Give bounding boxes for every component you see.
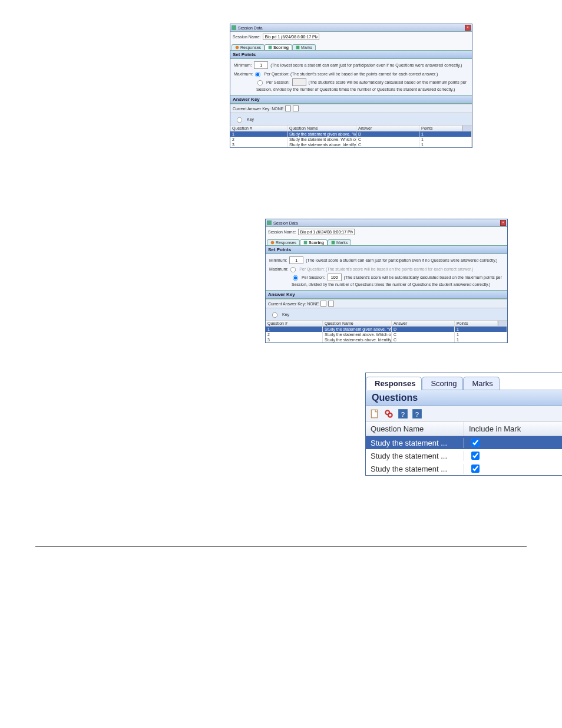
grid-header: Question # Question Name Answer Points (266, 320, 507, 327)
per-question-radio[interactable] (255, 72, 260, 77)
tab-bar: Responses Scoring Marks (266, 237, 507, 245)
close-button[interactable]: × (465, 25, 471, 31)
col-question-name[interactable]: Question Name (323, 321, 392, 326)
include-checkbox[interactable] (471, 439, 480, 447)
col-answer[interactable]: Answer (356, 126, 419, 131)
page-divider (35, 546, 527, 547)
tab-marks[interactable]: Marks (292, 44, 316, 50)
minimum-input[interactable] (254, 61, 268, 69)
tab-responses[interactable]: Responses (267, 239, 300, 245)
per-session-input (292, 78, 306, 86)
session-name-label: Session Name: (233, 35, 260, 39)
answer-key-header: Answer Key (266, 290, 507, 299)
session-data-dialog-per-session: Session Data × Session Name: Responses S… (265, 219, 508, 343)
key-radio[interactable] (272, 312, 277, 318)
window-title: Session Data (273, 221, 298, 225)
current-answer-key-label: Current Answer Key: NONE (233, 107, 283, 111)
key-subheader: Key (230, 113, 472, 125)
svg-rect-2 (296, 46, 300, 50)
svg-rect-10 (371, 410, 377, 419)
set-points-header: Set Points (230, 50, 472, 59)
minimum-input[interactable] (289, 256, 303, 264)
per-session-radio[interactable] (257, 80, 263, 85)
col-answer[interactable]: Answer (392, 321, 455, 326)
minimum-note: (The lowest score a student can earn jus… (306, 258, 497, 262)
include-checkbox[interactable] (471, 452, 480, 460)
current-answer-key-row: Current Answer Key: NONE (266, 299, 507, 308)
page-icon[interactable] (369, 409, 380, 419)
minimum-label: Minimum: (234, 63, 252, 67)
tab-marks[interactable]: Marks (328, 239, 351, 245)
table-row[interactable]: 2 Study the statement above. Which cell … (266, 332, 507, 337)
column-chooser-icon[interactable] (498, 321, 507, 326)
app-icon (267, 220, 272, 225)
col-question-name[interactable]: Question Name (287, 126, 356, 131)
per-session-label: Per Session: (302, 275, 325, 279)
tab-scoring[interactable]: Scoring (422, 377, 463, 390)
column-chooser-icon[interactable] (462, 126, 472, 131)
col-question-name[interactable]: Question Name (366, 422, 464, 436)
svg-rect-1 (269, 46, 272, 50)
col-include-in-mark[interactable]: Include in Mark (464, 422, 562, 436)
per-session-radio[interactable] (293, 275, 298, 281)
tab-bar: Responses Scoring Marks (230, 42, 472, 50)
key-radio[interactable] (237, 117, 242, 123)
session-name-row: Session Name: (230, 32, 472, 42)
per-question-radio[interactable] (290, 267, 296, 272)
questions-toolbar: ? ? (366, 406, 562, 422)
per-question-label: Per Question: (299, 268, 325, 272)
tab-scoring[interactable]: Scoring (300, 239, 328, 245)
table-row[interactable]: 1 Study the statement given above. "When… (230, 131, 472, 137)
answer-key-button-1[interactable] (285, 106, 291, 111)
session-name-row: Session Name: (266, 227, 507, 237)
session-name-label: Session Name: (268, 230, 296, 234)
close-button[interactable]: × (500, 220, 506, 226)
table-row[interactable]: 2 Study the statement above. Which cell … (230, 137, 472, 142)
key-subheader: Key (266, 308, 507, 320)
question-row[interactable]: Study the statement ... (366, 462, 562, 475)
include-checkbox[interactable] (471, 465, 480, 473)
app-icon (232, 25, 236, 30)
tab-scoring[interactable]: Scoring (265, 44, 292, 50)
col-question-number[interactable]: Question # (266, 321, 323, 326)
answer-key-button-2[interactable] (293, 106, 299, 111)
maximum-label: Maximum: (234, 72, 253, 76)
svg-point-12 (388, 413, 392, 417)
table-row[interactable]: 3 Study the statements above. Identify t… (266, 337, 507, 342)
questions-header: Questions (366, 390, 562, 406)
col-points[interactable]: Points (419, 126, 462, 131)
svg-text:?: ? (415, 411, 419, 418)
set-points-pane: Minimum: (The lowest score a student can… (230, 59, 472, 95)
session-name-input[interactable] (298, 229, 355, 235)
per-question-note: (The student's score will be based on th… (290, 72, 438, 76)
session-data-dialog-per-question: Session Data × Session Name: Responses S… (230, 24, 472, 148)
maximum-label: Maximum: (269, 268, 288, 272)
table-row[interactable]: 3 Study the statements above. Identify t… (230, 142, 472, 147)
svg-rect-4 (304, 241, 308, 245)
question-row[interactable]: Study the statement ... (366, 449, 562, 462)
per-question-label: Per Question: (264, 72, 289, 76)
svg-rect-5 (332, 241, 335, 245)
session-name-input[interactable] (263, 34, 319, 40)
link-icon[interactable] (384, 409, 394, 419)
questions-grid-header: Question Name Include in Mark (366, 422, 562, 436)
window-titlebar: Session Data × (266, 219, 507, 227)
answer-key-button-2[interactable] (328, 301, 334, 307)
grid-header: Question # Question Name Answer Points (230, 125, 472, 131)
answer-key-header: Answer Key (230, 95, 472, 104)
col-points[interactable]: Points (455, 321, 498, 326)
minimum-note: (The lowest score a student can earn jus… (270, 63, 462, 67)
grid-question-icon-2[interactable]: ? (412, 409, 422, 419)
grid-question-icon-1[interactable]: ? (398, 409, 408, 419)
table-row[interactable]: 1 Study the statement given above. "When… (266, 327, 507, 332)
svg-point-3 (271, 241, 275, 245)
set-points-pane: Minimum: (The lowest score a student can… (266, 254, 507, 290)
window-title: Session Data (238, 26, 263, 30)
tab-responses[interactable]: Responses (366, 377, 422, 390)
tab-responses[interactable]: Responses (232, 44, 265, 50)
per-session-input[interactable] (328, 274, 342, 281)
question-row[interactable]: Study the statement ... (366, 436, 562, 449)
tab-marks[interactable]: Marks (463, 377, 499, 390)
col-question-number[interactable]: Question # (230, 126, 287, 131)
answer-key-button-1[interactable] (320, 301, 326, 307)
